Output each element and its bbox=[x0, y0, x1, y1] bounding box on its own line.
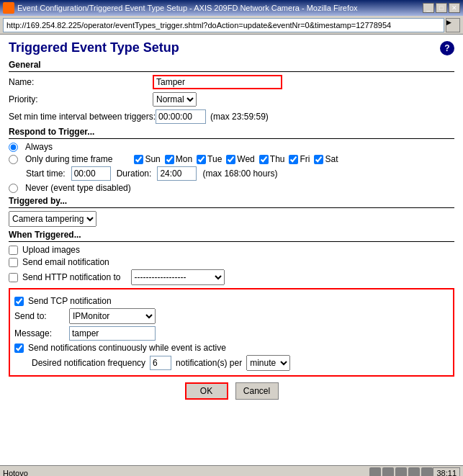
help-icon[interactable]: ? bbox=[440, 41, 454, 55]
send-to-select[interactable]: IPMonitor Other bbox=[69, 308, 156, 324]
priority-row: Priority: Normal High Low bbox=[9, 92, 454, 107]
cancel-button[interactable]: Cancel bbox=[235, 382, 279, 400]
name-input[interactable] bbox=[153, 75, 282, 89]
sun-checkbox[interactable] bbox=[134, 155, 143, 164]
http-checkbox[interactable] bbox=[9, 273, 18, 282]
status-icon-1 bbox=[369, 467, 381, 477]
time-frame-label: Only during time frame bbox=[25, 154, 112, 164]
interval-label: Set min time interval between triggers: bbox=[9, 112, 156, 122]
window-title: Event Configuration/Triggered Event Type… bbox=[17, 4, 423, 12]
per-label: notification(s) per bbox=[176, 358, 242, 368]
upload-images-row: Upload images bbox=[9, 245, 454, 255]
page-title-row: Triggered Event Type Setup ? bbox=[9, 40, 454, 55]
name-label: Name: bbox=[9, 77, 153, 87]
freq-label: Desired notification frequency bbox=[32, 358, 145, 368]
page-title: Triggered Event Type Setup bbox=[9, 40, 179, 55]
tue-checkbox[interactable] bbox=[197, 155, 206, 164]
always-label: Always bbox=[25, 142, 53, 152]
sat-label: Sat bbox=[325, 154, 338, 164]
tcp-box: Send TCP notification Send to: IPMonitor… bbox=[9, 288, 454, 377]
days-row: Sun Mon Tue Wed Thu Fri bbox=[134, 154, 338, 164]
close-button[interactable]: ✕ bbox=[449, 3, 460, 13]
buttons-row: OK Cancel bbox=[9, 382, 454, 400]
send-to-label: Send to: bbox=[14, 311, 65, 321]
freq-row: Desired notification frequency notificat… bbox=[32, 355, 449, 371]
upload-images-label: Upload images bbox=[22, 245, 80, 255]
interval-max: (max 23:59:59) bbox=[210, 112, 269, 122]
day-wed: Wed bbox=[226, 154, 254, 164]
trigger-select[interactable]: Camera tampering Input port Virtual inpu… bbox=[9, 211, 96, 227]
thu-label: Thu bbox=[270, 154, 285, 164]
mon-checkbox[interactable] bbox=[165, 155, 174, 164]
send-to-row: Send to: IPMonitor Other bbox=[14, 308, 449, 324]
time-frame-row: Only during time frame Sun Mon Tue Wed T… bbox=[9, 154, 454, 164]
general-section-title: General bbox=[9, 60, 454, 72]
continuous-row: Send notifications continuously while ev… bbox=[14, 343, 449, 353]
email-label: Send email notification bbox=[22, 257, 109, 267]
http-select[interactable]: ------------------ bbox=[131, 269, 225, 285]
message-label: Message: bbox=[14, 328, 65, 338]
tcp-checkbox[interactable] bbox=[14, 297, 24, 306]
address-input[interactable] bbox=[3, 18, 444, 32]
app-icon bbox=[3, 2, 14, 14]
tue-label: Tue bbox=[207, 154, 222, 164]
minimize-button[interactable]: _ bbox=[423, 3, 434, 13]
priority-label: Priority: bbox=[9, 94, 153, 104]
duration-max: (max 168:00 hours) bbox=[202, 169, 277, 179]
interval-input[interactable] bbox=[156, 109, 206, 124]
time-frame-radio[interactable] bbox=[9, 155, 18, 164]
status-icon-5 bbox=[421, 467, 433, 477]
always-radio[interactable] bbox=[9, 143, 18, 152]
tcp-row: Send TCP notification bbox=[14, 296, 449, 306]
thu-checkbox[interactable] bbox=[259, 155, 269, 164]
triggered-by-section-title: Triggered by... bbox=[9, 196, 454, 208]
never-radio[interactable] bbox=[9, 184, 18, 193]
mon-label: Mon bbox=[176, 154, 192, 164]
duration-input[interactable] bbox=[157, 166, 197, 181]
time-row: Start time: Duration: (max 168:00 hours) bbox=[26, 166, 454, 181]
sat-checkbox[interactable] bbox=[314, 155, 323, 164]
window-controls[interactable]: _ □ ✕ bbox=[423, 3, 460, 13]
email-checkbox[interactable] bbox=[9, 258, 18, 267]
tcp-label: Send TCP notification bbox=[28, 296, 112, 306]
always-row: Always bbox=[9, 142, 454, 152]
fri-label: Fri bbox=[300, 154, 310, 164]
status-icon-3 bbox=[395, 467, 407, 477]
message-input[interactable] bbox=[69, 326, 156, 341]
respond-section-title: Respond to Trigger... bbox=[9, 127, 454, 139]
fri-checkbox[interactable] bbox=[289, 155, 298, 164]
email-row: Send email notification bbox=[9, 257, 454, 267]
day-fri: Fri bbox=[289, 154, 310, 164]
status-bar: Hotovo 38:11 bbox=[0, 465, 463, 476]
start-time-input[interactable] bbox=[71, 166, 111, 181]
maximize-button[interactable]: □ bbox=[436, 3, 447, 13]
wed-label: Wed bbox=[237, 154, 254, 164]
freq-input[interactable] bbox=[150, 356, 171, 370]
start-time-label: Start time: bbox=[26, 169, 66, 179]
freq-unit-select[interactable]: minute second hour bbox=[246, 355, 290, 371]
day-thu: Thu bbox=[259, 154, 285, 164]
time-display: 38:11 bbox=[433, 467, 460, 477]
never-label: Never (event type disabled) bbox=[25, 183, 131, 193]
duration-label: Duration: bbox=[117, 169, 152, 179]
day-sat: Sat bbox=[314, 154, 338, 164]
day-tue: Tue bbox=[197, 154, 222, 164]
never-row: Never (event type disabled) bbox=[9, 183, 454, 193]
go-button[interactable]: ▶ bbox=[446, 18, 460, 32]
upload-images-checkbox[interactable] bbox=[9, 246, 18, 255]
interval-row: Set min time interval between triggers: … bbox=[9, 109, 454, 124]
message-row: Message: bbox=[14, 326, 449, 341]
title-bar: Event Configuration/Triggered Event Type… bbox=[0, 0, 463, 16]
continuous-checkbox[interactable] bbox=[14, 343, 24, 353]
http-row: Send HTTP notification to --------------… bbox=[9, 269, 454, 285]
priority-select[interactable]: Normal High Low bbox=[153, 92, 197, 107]
when-triggered-section-title: When Triggered... bbox=[9, 230, 454, 242]
continuous-label: Send notifications continuously while ev… bbox=[28, 343, 226, 353]
ok-button[interactable]: OK bbox=[185, 382, 228, 400]
http-label: Send HTTP notification to bbox=[22, 272, 121, 282]
day-mon: Mon bbox=[165, 154, 192, 164]
sun-label: Sun bbox=[145, 154, 160, 164]
wed-checkbox[interactable] bbox=[226, 155, 235, 164]
status-text: Hotovo bbox=[3, 469, 369, 477]
status-icon-4 bbox=[408, 467, 420, 477]
